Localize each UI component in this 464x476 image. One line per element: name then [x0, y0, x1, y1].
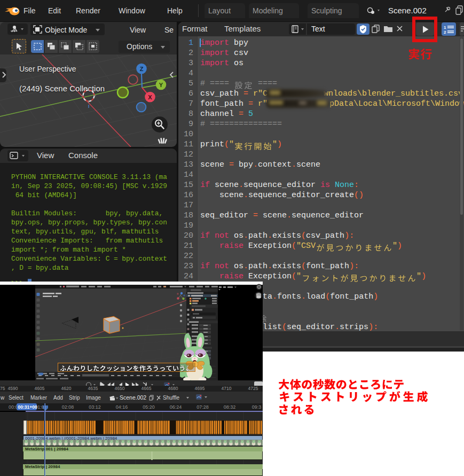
svg-text:X: X: [148, 94, 152, 100]
svg-text:4650: 4650: [115, 386, 125, 391]
svg-text:02:08: 02:08: [62, 404, 74, 410]
svg-text:2: 2: [444, 30, 446, 34]
svg-text:Y: Y: [159, 82, 163, 88]
svg-text:04:16: 04:16: [116, 404, 128, 410]
svg-text:07:28: 07:28: [196, 404, 209, 410]
svg-text:05:20: 05:20: [143, 404, 155, 410]
svg-text:4710: 4710: [222, 386, 232, 391]
svg-text:4725: 4725: [248, 386, 258, 391]
svg-text:4680: 4680: [168, 386, 178, 391]
svg-text:4635: 4635: [88, 386, 98, 391]
svg-text:4695: 4695: [195, 386, 205, 391]
svg-text:4665: 4665: [141, 386, 152, 391]
svg-text:75: 75: [0, 386, 5, 391]
svg-text:1: 1: [444, 25, 446, 30]
svg-text:03:12: 03:12: [89, 404, 101, 410]
svg-text:Z: Z: [140, 66, 144, 72]
svg-text:4590: 4590: [8, 386, 18, 391]
svg-text:4605: 4605: [35, 386, 45, 391]
svg-text:06:24: 06:24: [170, 404, 182, 410]
svg-text:09:3: 09:3: [252, 404, 262, 410]
svg-text:08:32: 08:32: [224, 404, 236, 410]
svg-text:4620: 4620: [61, 386, 72, 391]
